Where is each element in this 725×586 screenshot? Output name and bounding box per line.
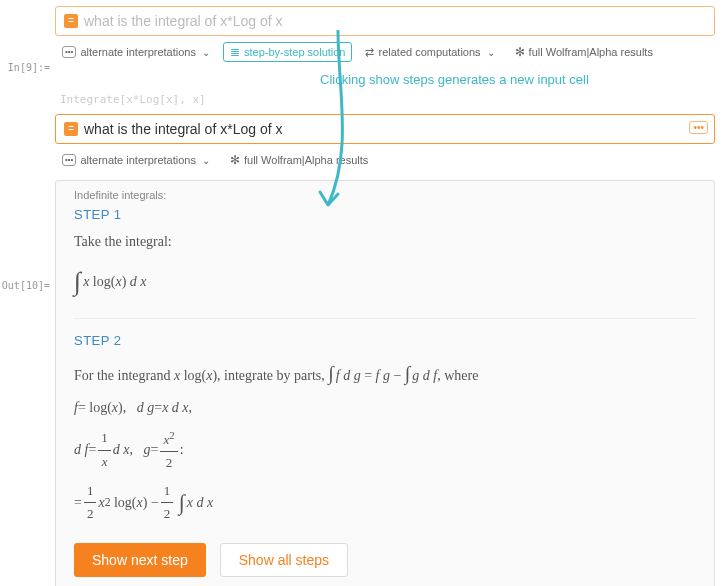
step-1-math: ∫x log(x) d x — [74, 260, 696, 304]
input-cell-1[interactable]: = what is the integral of x*Log of x — [55, 6, 715, 36]
step-1-body: Take the integral: ∫x log(x) d x — [74, 230, 696, 304]
more-icon[interactable]: ••• — [689, 121, 708, 134]
step-2-math-2: d f = 1xd x, g = x22: — [74, 426, 696, 475]
button-row: Show next step Show all steps — [74, 543, 696, 577]
query-text-2: what is the integral of x*Log of x — [84, 121, 282, 137]
input-cell-2[interactable]: = what is the integral of x*Log of x ••• — [55, 114, 715, 144]
step-2-text: For the integrand x log(x), integrate by… — [74, 356, 696, 390]
step-1-text: Take the integral: — [74, 230, 696, 254]
chevron-down-icon — [200, 154, 210, 166]
out-prompt: Out[10]= — [0, 280, 50, 291]
step-2-math-1: f = log(x), d g = x d x, — [74, 396, 696, 420]
section-label: Indefinite integrals: — [74, 189, 696, 201]
step-by-step-button[interactable]: step-by-step solution — [223, 42, 353, 62]
step-1-label: STEP 1 — [74, 207, 696, 222]
step-2-math-3: = 12x2 log(x) − 12 ∫x d x — [74, 480, 696, 525]
alt-interpretations-button[interactable]: ••• alternate interpretations — [55, 42, 217, 62]
gear-icon — [515, 45, 525, 59]
in-prompt: In[9]:= — [0, 62, 50, 73]
step-by-step-label: step-by-step solution — [244, 46, 346, 58]
related-computations-button[interactable]: related computations — [358, 42, 501, 62]
equal-icon: = — [64, 14, 78, 28]
chevron-down-icon — [200, 46, 210, 58]
full-wolfram-label: full Wolfram|Alpha results — [244, 154, 368, 166]
annotation-text: Clicking show steps generates a new inpu… — [320, 72, 725, 87]
full-wolfram-label: full Wolfram|Alpha results — [529, 46, 653, 58]
chevron-down-icon — [485, 46, 495, 58]
divider — [74, 318, 696, 319]
list-icon — [230, 45, 240, 59]
toolbar-2: ••• alternate interpretations full Wolfr… — [55, 150, 715, 170]
show-all-steps-button[interactable]: Show all steps — [220, 543, 348, 577]
dots-icon: ••• — [62, 46, 76, 58]
related-label: related computations — [378, 46, 480, 58]
alt-interp-label: alternate interpretations — [80, 46, 196, 58]
step-2-label: STEP 2 — [74, 333, 696, 348]
faded-code: Integrate[x*Log[x], x] — [60, 93, 725, 106]
step-2-body: For the integrand x log(x), integrate by… — [74, 356, 696, 526]
dots-icon: ••• — [62, 154, 76, 166]
toolbar-1: ••• alternate interpretations step-by-st… — [55, 42, 715, 62]
full-wolfram-button[interactable]: full Wolfram|Alpha results — [223, 150, 375, 170]
show-next-step-button[interactable]: Show next step — [74, 543, 206, 577]
related-icon — [365, 46, 374, 59]
result-panel: Indefinite integrals: STEP 1 Take the in… — [55, 180, 715, 586]
full-wolfram-button[interactable]: full Wolfram|Alpha results — [508, 42, 660, 62]
alt-interpretations-button[interactable]: ••• alternate interpretations — [55, 150, 217, 170]
query-text-1: what is the integral of x*Log of x — [84, 13, 282, 29]
gear-icon — [230, 153, 240, 167]
equal-icon: = — [64, 122, 78, 136]
alt-interp-label: alternate interpretations — [80, 154, 196, 166]
